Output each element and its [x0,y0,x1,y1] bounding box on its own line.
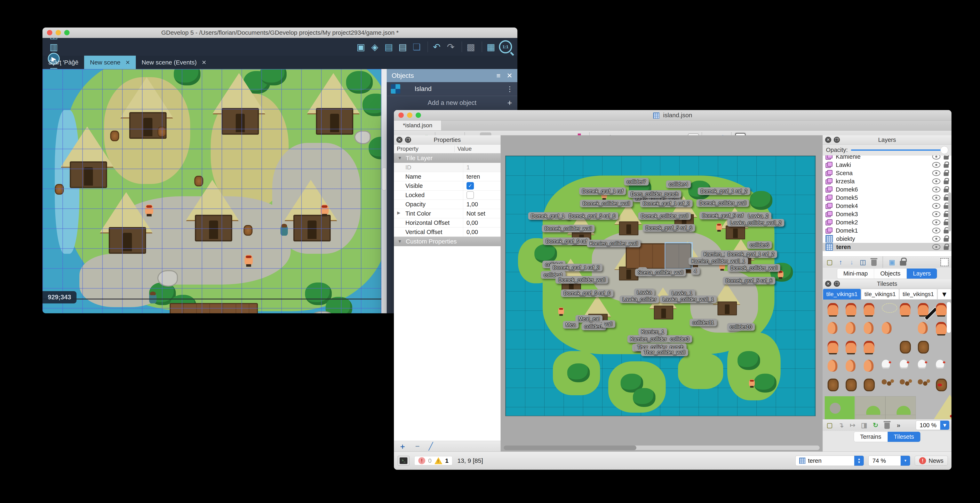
lock-icon[interactable] [944,238,948,242]
lock-icon[interactable] [944,230,948,233]
visibility-eye-icon[interactable] [932,179,940,184]
property-row-name[interactable]: Nameteren [394,172,501,181]
news-button[interactable]: ! News [915,456,948,466]
property-row-tint-color[interactable]: Tint Color▶Not set [394,209,501,218]
layer-row-obiekty[interactable]: obiekty [822,235,951,243]
map-object-label[interactable]: 4 [691,267,700,275]
document-tab[interactable]: *island.json [394,121,441,130]
layer-row-domek1[interactable]: Domek1 [822,227,951,235]
tileset-sprite[interactable] [846,322,856,334]
map-object-label[interactable]: Kamien_collider_wall_1 [689,257,748,265]
tileset-sprite[interactable] [900,360,908,369]
layer-row-domek5[interactable]: Domek5 [822,193,951,202]
map-object-label[interactable]: Domek_collider_wall [696,199,749,207]
tileset-scrollbar[interactable] [947,302,951,333]
float-panel-icon[interactable]: ❐ [405,137,411,143]
lock-icon[interactable] [944,180,948,184]
map-object-label[interactable]: collider10 [727,323,755,331]
instances-list-icon[interactable]: ❏ [411,41,423,53]
tileset-terrain-tile[interactable] [855,415,885,419]
tileset-sprite[interactable] [882,360,890,369]
map-object-label[interactable]: Kamien_1 [638,328,667,336]
map-object-label[interactable]: Kamien_collider [627,335,670,343]
tileset-sprite[interactable] [900,341,911,353]
embed-tileset-icon[interactable]: ↴ [836,420,846,430]
visibility-eye-icon[interactable] [932,203,940,209]
tileset-sprite[interactable] [846,341,856,353]
map-object-label[interactable]: Lawka_collider_wall_1 [660,295,717,303]
lock-icon[interactable] [944,222,948,225]
layers-editor-icon[interactable]: ▤ [397,41,409,53]
property-row-locked[interactable]: Locked [394,190,501,200]
visibility-eye-icon[interactable] [932,170,940,176]
property-row-horizontal-offset[interactable]: Horizontal Offset0,00 [394,218,501,227]
map-object-label[interactable]: Domek_graf_1 raf_2 [550,263,603,271]
tileset-sprite[interactable] [864,378,875,391]
visibility-eye-icon[interactable] [932,187,940,192]
tileset-view[interactable] [822,300,951,419]
tileset-sprite[interactable] [827,341,838,353]
lock-icon[interactable] [944,205,948,209]
close-panel-icon[interactable]: ✕ [825,137,831,143]
tileset-tab-0[interactable]: tile_vikings1 [823,289,861,300]
tileset-sprite[interactable] [936,303,947,315]
map-object-label[interactable]: Bees_collider_punch [628,190,681,198]
map-object-label[interactable]: Domek_graf_1 r [528,212,571,220]
map-object-label[interactable]: Domek_collider_wall [555,276,608,284]
close-panel-icon[interactable]: ✕ [507,72,513,80]
redo-icon[interactable]: ↷ [445,41,457,53]
float-panel-icon[interactable]: ❐ [834,281,840,287]
map-object-label[interactable]: Lawka_collider [620,295,659,303]
visibility-eye-icon[interactable] [932,219,940,225]
map-object-label[interactable]: Domek_collider_wall [638,212,691,220]
checkbox-unchecked[interactable] [466,192,474,199]
tileset-terrain-tile[interactable] [825,415,855,419]
new-tileset-icon[interactable]: ▢ [825,420,835,430]
tileset-mode-tab-tilesets[interactable]: Tilesets [888,432,920,442]
console-button[interactable]: >_ [398,456,409,466]
property-group-custom[interactable]: ▼ Custom Properties [394,237,501,246]
property-group-tile-layer[interactable]: ▼ Tile Layer [394,153,501,163]
edit-property-button[interactable]: ╱ [428,442,433,451]
property-value[interactable] [463,190,501,200]
layer-row-domek4[interactable]: Domek4 [822,202,951,210]
raise-layer-icon[interactable]: ↑ [836,257,846,267]
map-horizontal-scrollbar[interactable] [504,446,819,450]
layer-row-krzesla[interactable]: krzesla [822,177,951,185]
tileset-zoom-chevron[interactable]: ▼ [940,421,949,430]
tileset-sprite[interactable] [882,322,892,334]
layer-row-domek3[interactable]: Domek3 [822,210,951,218]
layer-row-lawki[interactable]: Lawki [822,161,951,169]
highlight-current-icon[interactable] [940,257,950,267]
map-object-label[interactable]: Scena_collider_wall [635,268,686,276]
tileset-sprite[interactable] [936,360,944,369]
property-row-opacity[interactable]: Opacity1,00 [394,200,501,209]
lock-icon[interactable] [944,172,948,176]
opacity-slider-handle[interactable] [940,146,948,154]
canvas-vertical-scrollbar[interactable] [381,69,387,313]
zoom-select-chevron[interactable]: ▼ [900,456,910,466]
scene-editor-canvas[interactable]: 929;343 [43,69,381,313]
tileset-sprite[interactable] [936,322,947,334]
tilemap-canvas[interactable]: collider7collider4Domek_graf_1 rafBees_c… [505,156,816,416]
map-object-label[interactable]: Lawka [634,289,655,296]
map-object-label[interactable]: Domek_graf_5 raf_6 [561,289,613,297]
map-object-label[interactable]: Lawka_2 [745,212,772,220]
expand-icon[interactable]: ▶ [397,210,400,215]
tileset-crab-sprite[interactable] [937,383,942,386]
close-tab-icon[interactable]: ✕ [125,59,130,66]
visibility-eye-icon[interactable] [932,162,940,168]
lock-icon[interactable] [944,246,948,250]
tileset-sprite[interactable] [827,360,837,372]
grid-toggle-icon[interactable]: ▦ [485,41,497,53]
map-object-label[interactable]: Domek_collider_wall [728,264,780,272]
map-object-label[interactable]: Domek_graf_5 raf_6 [643,224,695,232]
map-object-label[interactable]: Domek_graf_5 raf [543,237,590,245]
new-layer-icon[interactable]: ▢ [825,257,835,267]
map-object-label[interactable]: Domek_graf_5 raf_6 [723,277,775,284]
visibility-eye-icon[interactable] [932,228,940,233]
layer-select-stepper[interactable]: ▲▼ [854,456,864,466]
reload-tileset-icon[interactable]: ↻ [871,420,880,430]
debugger-icon[interactable]: ▥ [48,41,60,53]
highlight-layer-icon[interactable]: ▣ [887,257,897,267]
